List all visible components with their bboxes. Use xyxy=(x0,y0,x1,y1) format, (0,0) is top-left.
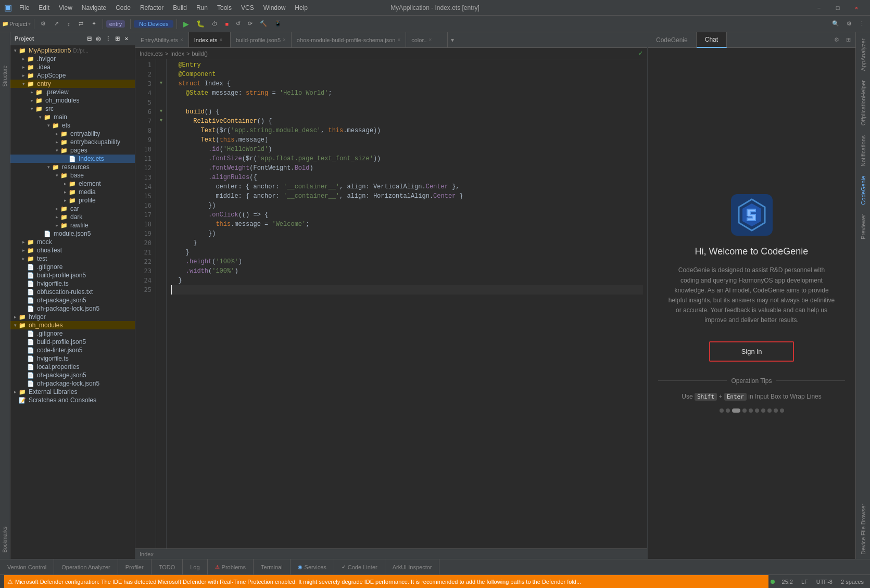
tree-item-main[interactable]: ▾ 📁 main xyxy=(10,113,135,121)
tab-build-profile[interactable]: build-profile.json5 × xyxy=(231,32,292,48)
device-manager-button[interactable]: 📱 xyxy=(271,19,285,28)
toolbar-btn-3[interactable]: ↕ xyxy=(64,20,73,28)
menu-file[interactable]: File xyxy=(15,3,33,12)
locate-file-btn[interactable]: ◎ xyxy=(94,34,103,43)
tree-item-pages[interactable]: ▾ 📁 pages xyxy=(10,146,135,155)
menu-code[interactable]: Code xyxy=(111,3,135,12)
breadcrumb-file[interactable]: Index.ets xyxy=(140,50,163,57)
codegenie-tab-chat[interactable]: Chat xyxy=(697,32,727,48)
tree-item-obfuscation[interactable]: ▸ 📄 obfuscation-rules.txt xyxy=(10,288,135,296)
panel-close-btn[interactable]: × xyxy=(122,34,131,43)
tree-item-root-gitignore[interactable]: ▸ 📄 .gitignore xyxy=(10,329,135,338)
menu-navigate[interactable]: Navigate xyxy=(78,3,110,12)
tree-item-oh-modules-root[interactable]: ▾ 📁 oh_modules xyxy=(10,321,135,329)
settings-toolbar-btn[interactable]: ⚙ xyxy=(843,19,855,28)
toolbar-icons[interactable]: ⚙ ↗ ↕ ⇄ ✦ xyxy=(37,19,99,28)
project-panel-actions[interactable]: ⊟ ◎ ⋮ ⊞ × xyxy=(85,34,131,43)
codegenie-signin-button[interactable]: Sign in xyxy=(709,341,795,362)
tree-item-build-profile[interactable]: ▸ 📄 build-profile.json5 xyxy=(10,271,135,279)
tree-item-entrybackupability[interactable]: ▸ 📁 entrybackupability xyxy=(10,138,135,146)
bottom-tab-log[interactable]: Log xyxy=(183,559,207,575)
toolbar-btn-2[interactable]: ↗ xyxy=(51,19,62,28)
tree-item-entry[interactable]: ▾ 📁 entry xyxy=(10,80,135,88)
panel-settings-btn[interactable]: ⋮ xyxy=(104,34,112,43)
right-vtab-codegenie[interactable]: CodeGenie xyxy=(858,172,868,209)
tree-item-element[interactable]: ▸ 📁 element xyxy=(10,180,135,188)
right-vtab-previewer[interactable]: Previewer xyxy=(858,210,868,244)
tree-item-appscope[interactable]: ▸ 📁 AppScope xyxy=(10,71,135,80)
menu-help[interactable]: Help xyxy=(291,3,312,12)
tree-item-index-ets[interactable]: ▸ 📄 Index.ets xyxy=(10,155,135,163)
device-selector[interactable]: No Devices xyxy=(134,20,173,28)
collapse-all-btn[interactable]: ⊟ xyxy=(85,34,93,43)
tree-item-car[interactable]: ▸ 📁 car xyxy=(10,204,135,213)
tab-color[interactable]: color.. × xyxy=(406,32,448,48)
tab-entryability[interactable]: EntryAbility.ets × xyxy=(135,32,189,48)
bottom-tab-operation-analyzer[interactable]: Operation Analyzer xyxy=(54,559,118,575)
bottom-tab-profiler[interactable]: Profiler xyxy=(118,559,152,575)
right-vtab-notifications[interactable]: Notifications xyxy=(858,131,868,171)
status-warning-message[interactable]: ⚠ Microsoft Defender configuration: The … xyxy=(4,575,768,589)
left-vtab-structure[interactable]: Structure xyxy=(1,63,9,89)
run-config-badge[interactable]: entry xyxy=(106,20,125,28)
menu-vcs[interactable]: VCS xyxy=(237,3,258,12)
tree-item-media[interactable]: ▸ 📁 media xyxy=(10,188,135,196)
tab-more-button[interactable]: ▾ xyxy=(448,36,457,44)
tree-item-profile[interactable]: ▸ 📁 profile xyxy=(10,196,135,204)
menu-run[interactable]: Run xyxy=(192,3,212,12)
bottom-tab-code-linter[interactable]: ✓ Code Linter xyxy=(334,559,385,575)
debug-button[interactable]: 🐛 xyxy=(193,19,208,29)
toolbar-btn-1[interactable]: ⚙ xyxy=(37,19,49,28)
bottom-tab-version-control[interactable]: Version Control xyxy=(0,559,54,575)
menu-edit[interactable]: Edit xyxy=(34,3,54,12)
status-position[interactable]: 25:2 xyxy=(780,579,795,585)
search-toolbar-btn[interactable]: 🔍 xyxy=(829,19,842,28)
toolbar-btn-5[interactable]: ✦ xyxy=(89,19,99,28)
tab-close-entryability[interactable]: × xyxy=(180,37,183,43)
tree-item-src[interactable]: ▾ 📁 src xyxy=(10,105,135,113)
menu-tools[interactable]: Tools xyxy=(213,3,236,12)
tree-item-idea[interactable]: ▸ 📁 .idea xyxy=(10,63,135,71)
minimize-button[interactable]: − xyxy=(810,0,828,16)
tree-item-scratches[interactable]: ▸ 📝 Scratches and Consoles xyxy=(10,396,135,404)
tree-item-mock[interactable]: ▸ 📁 mock xyxy=(10,238,135,246)
menu-window[interactable]: Window xyxy=(259,3,290,12)
tree-item-local-prop[interactable]: ▸ 📄 local.properties xyxy=(10,363,135,371)
tree-item-resources[interactable]: ▾ 📁 resources xyxy=(10,163,135,171)
bottom-tab-terminal[interactable]: Terminal xyxy=(254,559,291,575)
tab-close-build-profile[interactable]: × xyxy=(283,37,286,43)
code-content[interactable]: @Entry @Component struct Index { @State … xyxy=(167,59,647,548)
tree-item-hvigor[interactable]: ▸ 📁 .hvigor xyxy=(10,55,135,63)
codegenie-expand-btn[interactable]: ⊞ xyxy=(843,35,853,45)
tree-item-root-oh-package[interactable]: ▸ 📄 oh-package.json5 xyxy=(10,371,135,379)
status-indent[interactable]: 2 spaces xyxy=(839,579,866,585)
tree-item-ets[interactable]: ▾ 📁 ets xyxy=(10,121,135,130)
sync-button[interactable]: ⟳ xyxy=(245,19,256,28)
bottom-tab-problems[interactable]: ⚠ Problems xyxy=(208,559,254,575)
tab-index[interactable]: Index.ets × xyxy=(189,32,231,48)
tree-item-rawfile[interactable]: ▸ 📁 rawfile xyxy=(10,221,135,229)
tree-item-root-oh-lock[interactable]: ▸ 📄 oh-package-lock.json5 xyxy=(10,379,135,388)
tab-ohos-schema[interactable]: ohos-module-build-profile-schema.json × xyxy=(292,32,406,48)
reload-button[interactable]: ↺ xyxy=(233,19,244,28)
codegenie-actions[interactable]: ⚙ ⊞ xyxy=(831,35,855,45)
tab-close-index[interactable]: × xyxy=(219,37,222,43)
tree-item-module-json5[interactable]: ▸ 📄 module.json5 xyxy=(10,229,135,238)
tree-item-ohostest[interactable]: ▸ 📁 ohosTest xyxy=(10,246,135,254)
bottom-tab-todo[interactable]: TODO xyxy=(152,559,183,575)
tree-item-code-linter[interactable]: ▸ 📄 code-linter.json5 xyxy=(10,346,135,354)
tree-item-root-build[interactable]: ▸ 📄 build-profile.json5 xyxy=(10,338,135,346)
tree-item-preview[interactable]: ▸ 📁 .preview xyxy=(10,88,135,96)
more-toolbar-btn[interactable]: ⋮ xyxy=(856,19,868,28)
tree-item-hvigor-root[interactable]: ▸ 📁 hvigor xyxy=(10,313,135,321)
left-vtab-bookmarks[interactable]: Bookmarks xyxy=(1,525,9,555)
panel-expand-btn[interactable]: ⊞ xyxy=(113,34,121,43)
codegenie-tab-codegenie[interactable]: CodeGenie xyxy=(648,32,697,48)
toolbar-btn-4[interactable]: ⇄ xyxy=(75,19,86,28)
run-button[interactable]: ▶ xyxy=(180,19,192,29)
status-encoding[interactable]: UTF-8 xyxy=(814,579,835,585)
menu-view[interactable]: View xyxy=(55,3,77,12)
tree-root[interactable]: ▾ 📁 MyApplication5 D:/pr... xyxy=(10,46,135,55)
tab-close-color[interactable]: × xyxy=(429,37,432,43)
tree-item-oh-package-lock[interactable]: ▸ 📄 oh-package-lock.json5 xyxy=(10,304,135,313)
